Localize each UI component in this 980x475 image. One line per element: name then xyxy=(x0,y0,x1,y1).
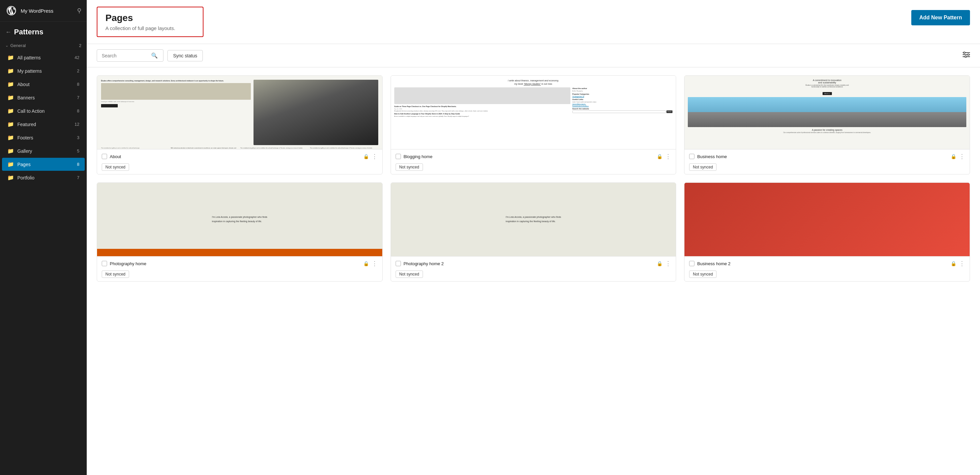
pattern-name-photo-2: Photography home 2 xyxy=(404,261,654,266)
page-title: Pages xyxy=(105,13,195,23)
sidebar-item-my-patterns[interactable]: 📁 My patterns 2 xyxy=(2,64,85,77)
pattern-checkbox-photo-2[interactable] xyxy=(396,261,401,266)
section-label: General xyxy=(10,43,26,48)
svg-point-5 xyxy=(968,54,969,56)
folder-icon: 📁 xyxy=(7,148,14,154)
sidebar-item-banners[interactable]: 📁 Banners 7 xyxy=(2,91,85,104)
pattern-checkbox-business-home-2[interactable] xyxy=(689,261,694,266)
pattern-footer-photo-2: Photography home 2 🔒 ⋮ xyxy=(391,256,676,270)
sidebar-item-call-to-action[interactable]: 📁 Call to Action 8 xyxy=(2,105,85,118)
nav-item-count: 42 xyxy=(75,55,80,60)
pattern-preview-blogging-home: I write about finance, management and ec… xyxy=(391,76,676,149)
folder-icon: 📁 xyxy=(7,54,14,61)
search-icon[interactable]: ⚲ xyxy=(77,7,81,14)
sidebar-item-gallery[interactable]: 📁 Gallery 5 xyxy=(2,145,85,157)
nav-item-count: 8 xyxy=(77,82,80,87)
pattern-preview-business-home: A commitment to innovationand sustainabi… xyxy=(684,76,970,149)
folder-icon: 📁 xyxy=(7,175,14,181)
pattern-name-photo-1: Photography home xyxy=(110,261,361,266)
nav-item-count: 2 xyxy=(77,68,80,73)
nav-item-label: Call to Action xyxy=(18,108,74,114)
lock-icon: 🔒 xyxy=(657,154,662,159)
pattern-name-business-home: Business home xyxy=(697,154,948,159)
more-options-icon[interactable]: ⋮ xyxy=(372,260,378,267)
pattern-name-business-home-2: Business home 2 xyxy=(697,261,948,266)
svg-point-4 xyxy=(964,52,965,54)
pattern-footer-photo-1: Photography home 🔒 ⋮ xyxy=(97,256,382,270)
folder-icon: 📁 xyxy=(7,68,14,74)
sync-status-button[interactable]: Sync status xyxy=(167,50,203,61)
nav-item-label: Footers xyxy=(18,135,74,140)
more-options-icon[interactable]: ⋮ xyxy=(665,260,671,267)
pattern-footer-business-home: Business home 🔒 ⋮ xyxy=(684,149,970,164)
sidebar-item-portfolio[interactable]: 📁 Portfolio 7 xyxy=(2,171,85,184)
more-options-icon[interactable]: ⋮ xyxy=(372,153,378,160)
sync-badge-business-home-2: Not synced xyxy=(689,270,716,278)
chevron-icon: ⌄ xyxy=(5,43,8,48)
toolbar: 🔍 Sync status xyxy=(87,44,980,67)
folder-icon: 📁 xyxy=(7,161,14,167)
svg-point-6 xyxy=(965,56,967,58)
nav-item-label: Banners xyxy=(18,95,74,100)
top-bar: Pages A collection of full page layouts.… xyxy=(87,0,980,44)
search-box[interactable]: 🔍 xyxy=(97,49,164,62)
filter-icon[interactable] xyxy=(963,52,970,59)
folder-icon: 📁 xyxy=(7,81,14,87)
site-name: My WordPress xyxy=(21,8,77,14)
lock-icon: 🔒 xyxy=(363,261,369,266)
sidebar-item-all-patterns[interactable]: 📁 All patterns 42 xyxy=(2,51,85,64)
lock-icon: 🔒 xyxy=(951,154,956,159)
section-count: 2 xyxy=(79,43,81,48)
sidebar-item-featured[interactable]: 📁 Featured 12 xyxy=(2,118,85,131)
page-header-box: Pages A collection of full page layouts. xyxy=(97,7,204,37)
back-arrow-icon[interactable]: ← xyxy=(5,29,11,36)
nav-item-label: Featured xyxy=(18,122,72,127)
pattern-checkbox-photo-1[interactable] xyxy=(102,261,107,266)
pattern-card-photo-2: I'm Leia Acosta, a passionate photograph… xyxy=(391,183,676,281)
sidebar-title: Patterns xyxy=(14,28,43,37)
folder-icon: 📁 xyxy=(7,121,14,127)
sidebar-header: My WordPress ⚲ xyxy=(0,0,87,22)
lock-icon: 🔒 xyxy=(951,261,956,266)
sidebar-item-about[interactable]: 📁 About 8 xyxy=(2,78,85,91)
sync-badge-business-home: Not synced xyxy=(689,164,716,171)
sidebar-item-footers[interactable]: 📁 Footers 3 xyxy=(2,131,85,144)
more-options-icon[interactable]: ⋮ xyxy=(665,153,671,160)
pattern-checkbox-about[interactable] xyxy=(102,154,107,159)
nav-item-count: 7 xyxy=(77,175,80,180)
sync-badge-photo-2: Not synced xyxy=(396,270,423,278)
pattern-preview-photo-1: I'm Leia Acosta, a passionate photograph… xyxy=(97,183,382,256)
nav-item-count: 3 xyxy=(77,135,80,140)
pattern-card-business-home: A commitment to innovationand sustainabi… xyxy=(684,75,970,175)
search-input[interactable] xyxy=(102,53,148,58)
more-options-icon[interactable]: ⋮ xyxy=(959,260,965,267)
folder-icon: 📁 xyxy=(7,134,14,141)
page-description: A collection of full page layouts. xyxy=(105,25,195,31)
pattern-name-blogging-home: Blogging home xyxy=(404,154,654,159)
sidebar-nav: 📁 All patterns 42 📁 My patterns 2 📁 Abou… xyxy=(0,51,87,475)
pattern-footer-about: About 🔒 ⋮ xyxy=(97,149,382,164)
sidebar-back: ← Patterns xyxy=(0,22,87,40)
pattern-name-about: About xyxy=(110,154,361,159)
nav-item-label: Pages xyxy=(18,162,74,167)
sidebar-item-pages[interactable]: 📁 Pages 8 xyxy=(2,158,85,171)
wp-logo xyxy=(5,5,18,17)
nav-item-label: My patterns xyxy=(18,68,74,74)
pattern-footer-blogging-home: Blogging home 🔒 ⋮ xyxy=(391,149,676,164)
pattern-preview-photo-2: I'm Leia Acosta, a passionate photograph… xyxy=(391,183,676,256)
add-new-pattern-button[interactable]: Add New Pattern xyxy=(911,10,970,25)
pattern-checkbox-blogging-home[interactable] xyxy=(396,154,401,159)
sidebar: My WordPress ⚲ ← Patterns ⌄ General 2 📁 … xyxy=(0,0,87,475)
nav-item-count: 7 xyxy=(77,95,80,100)
pattern-card-photo-1: I'm Leia Acosta, a passionate photograph… xyxy=(97,183,383,281)
folder-icon: 📁 xyxy=(7,94,14,101)
lock-icon: 🔒 xyxy=(363,154,369,159)
pattern-grid: Études offers comprehensive consulting, … xyxy=(87,67,980,289)
pattern-card-about: Études offers comprehensive consulting, … xyxy=(97,75,383,175)
more-options-icon[interactable]: ⋮ xyxy=(959,153,965,160)
nav-item-count: 12 xyxy=(75,122,80,127)
nav-item-count: 8 xyxy=(77,162,80,167)
nav-item-label: About xyxy=(18,82,74,87)
pattern-checkbox-business-home[interactable] xyxy=(689,154,694,159)
nav-item-label: Portfolio xyxy=(18,175,74,181)
